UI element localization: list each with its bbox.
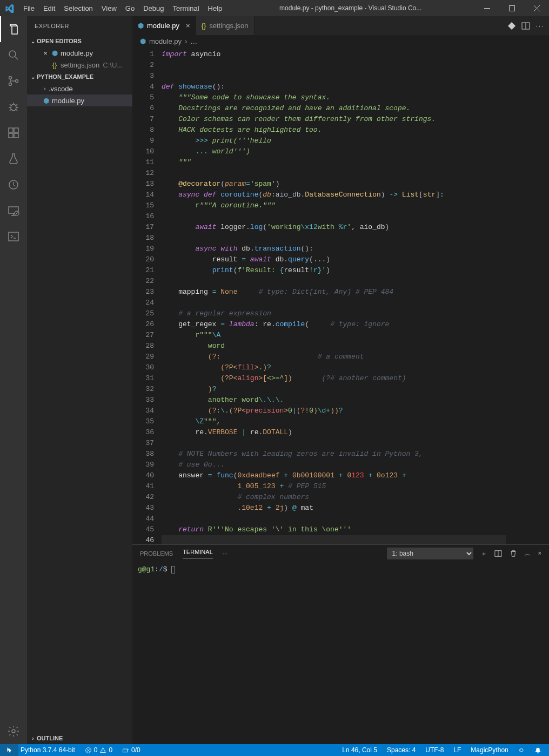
status-ports[interactable]: 0/0 [120,746,143,754]
folder-header[interactable]: ⌄ PYTHON_EXAMPLE [27,71,132,83]
sidebar-title: EXPLORER [27,16,132,35]
status-encoding[interactable]: UTF-8 [423,746,446,754]
more-icon[interactable]: ··· [535,22,545,30]
minimize-button[interactable] [474,0,499,16]
status-language[interactable]: MagicPython [468,746,510,754]
status-eol[interactable]: LF [451,746,463,754]
breadcrumbs[interactable]: ⬢ module.py › … [132,35,549,47]
activity-explorer[interactable] [0,16,27,42]
status-ports-label: 0/0 [131,746,140,754]
panel: PROBLEMS TERMINAL ··· 1: bash ＋ [132,544,549,744]
tab-label: settings.json [209,22,248,30]
json-file-icon: {} [50,61,59,69]
open-editor-path: C:\U... [103,61,123,69]
menubar: File Edit Selection View Go Debug Termin… [19,0,226,16]
more-icon[interactable]: ··· [223,550,227,557]
python-file-icon: ⬢ [140,37,146,45]
open-editor-label: settings.json [61,61,99,69]
close-icon[interactable]: × [41,49,50,57]
svg-point-2 [9,77,12,79]
tree-folder[interactable]: › .vscode [27,83,132,94]
remote-indicator[interactable] [0,744,18,756]
menu-view[interactable]: View [97,0,121,16]
open-editor-label: module.py [61,49,93,57]
svg-rect-9 [14,128,18,132]
editor[interactable]: 1234567891011121314151617181920212223242… [132,47,549,544]
new-terminal-icon[interactable]: ＋ [481,550,487,558]
activity-settings[interactable] [0,718,27,744]
activity-search[interactable] [0,42,27,68]
panel-tab-terminal[interactable]: TERMINAL [183,549,213,558]
activity-test-icon[interactable] [0,146,27,172]
trash-icon[interactable] [510,550,517,558]
window-title: module.py - python_example - Visual Stud… [226,4,474,12]
color-theme-icon[interactable] [507,22,516,30]
menu-selection[interactable]: Selection [59,0,97,16]
maximize-button[interactable] [499,0,524,16]
status-problems[interactable]: 0 0 [83,746,115,754]
status-cursor[interactable]: Ln 46, Col 5 [340,746,379,754]
tab-module-py[interactable]: ⬢ module.py × [132,16,196,35]
svg-rect-13 [9,232,18,241]
chevron-right-icon: › [41,86,49,92]
svg-point-4 [16,80,18,83]
line-numbers: 1234567891011121314151617181920212223242… [132,47,162,544]
menu-debug[interactable]: Debug [139,0,168,16]
python-file-icon: ⬢ [41,97,51,105]
menu-go[interactable]: Go [121,0,139,16]
menu-edit[interactable]: Edit [39,0,59,16]
code-content[interactable]: import asyncio def showcase(): """Some c… [162,47,506,544]
chevron-down-icon: ⌄ [29,74,37,80]
activity-scm[interactable] [0,68,27,94]
split-editor-icon[interactable] [521,22,530,30]
activity-console-icon[interactable] [0,224,27,249]
terminal-select[interactable]: 1: bash [387,548,473,559]
status-python[interactable]: Python 3.7.4 64-bit [18,746,77,754]
python-file-icon: ⬢ [50,49,59,57]
bell-icon[interactable] [532,747,544,754]
feedback-icon[interactable]: ☺ [516,746,527,754]
close-button[interactable] [524,0,549,16]
chevron-up-icon[interactable]: ︿ [525,550,531,558]
json-file-icon: {} [202,22,206,30]
main: EXPLORER ⌄ OPEN EDITORS × ⬢ module.py × … [0,16,549,744]
minimap[interactable] [506,47,549,544]
terminal-symbol: $ [163,565,168,573]
panel-tab-problems[interactable]: PROBLEMS [140,550,173,557]
tree-file[interactable]: ⬢ module.py [27,94,132,106]
python-file-icon: ⬢ [138,22,144,30]
tab-settings-json[interactable]: {} settings.json [196,16,255,35]
open-editors-header[interactable]: ⌄ OPEN EDITORS [27,35,132,47]
svg-rect-0 [509,5,514,11]
chevron-down-icon: ⌄ [29,38,37,44]
folder-label: PYTHON_EXAMPLE [37,73,93,80]
menu-help[interactable]: Help [204,0,227,16]
open-editors-label: OPEN EDITORS [37,38,82,44]
menu-terminal[interactable]: Terminal [168,0,203,16]
split-terminal-icon[interactable] [494,550,502,558]
activity-history-icon[interactable] [0,172,27,198]
activity-debug[interactable] [0,94,27,120]
activity-extensions[interactable] [0,120,27,146]
activity-remote-icon[interactable] [0,198,27,224]
close-icon[interactable]: × [186,22,190,30]
chevron-right-icon: › [29,735,37,741]
tree-item-label: module.py [52,97,84,105]
breadcrumb-item[interactable]: module.py [149,37,182,45]
terminal-output[interactable]: g@g1:/$ [132,562,549,744]
close-icon[interactable]: × [538,550,541,558]
svg-point-1 [9,51,16,57]
svg-rect-7 [9,133,13,138]
open-editor-item[interactable]: × {} settings.json C:\U... [27,59,132,71]
open-editor-item[interactable]: × ⬢ module.py [27,47,132,59]
status-indent[interactable]: Spaces: 4 [385,746,418,754]
svg-rect-8 [14,133,18,138]
outline-header[interactable]: › OUTLINE [27,732,132,744]
breadcrumb-more[interactable]: … [190,37,197,45]
titlebar: File Edit Selection View Go Debug Termin… [0,0,549,16]
tab-label: module.py [147,22,179,30]
svg-point-5 [11,104,16,111]
terminal-cursor [171,566,175,573]
tree-item-label: .vscode [49,85,73,93]
menu-file[interactable]: File [19,0,39,16]
